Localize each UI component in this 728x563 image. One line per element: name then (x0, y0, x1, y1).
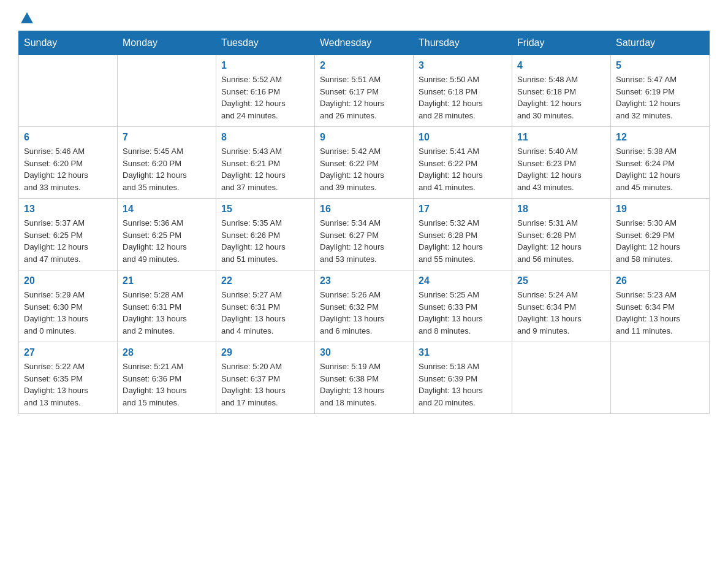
day-info: Sunrise: 5:25 AM Sunset: 6:33 PM Dayligh… (419, 289, 507, 337)
day-info: Sunrise: 5:37 AM Sunset: 6:25 PM Dayligh… (24, 217, 112, 265)
day-number: 19 (616, 204, 704, 215)
calendar-cell (118, 55, 216, 127)
weekday-header-tuesday: Tuesday (216, 31, 315, 55)
calendar-cell: 16Sunrise: 5:34 AM Sunset: 6:27 PM Dayli… (315, 199, 414, 270)
calendar-cell: 8Sunrise: 5:43 AM Sunset: 6:21 PM Daylig… (216, 127, 315, 199)
day-info: Sunrise: 5:29 AM Sunset: 6:30 PM Dayligh… (24, 289, 112, 337)
calendar-table: SundayMondayTuesdayWednesdayThursdayFrid… (18, 31, 710, 414)
day-info: Sunrise: 5:22 AM Sunset: 6:35 PM Dayligh… (24, 361, 112, 408)
day-info: Sunrise: 5:31 AM Sunset: 6:28 PM Dayligh… (517, 217, 605, 265)
weekday-header-saturday: Saturday (611, 31, 710, 55)
day-number: 30 (320, 347, 408, 358)
day-number: 15 (221, 204, 309, 215)
calendar-week-row: 1Sunrise: 5:52 AM Sunset: 6:16 PM Daylig… (19, 55, 710, 127)
calendar-cell: 29Sunrise: 5:20 AM Sunset: 6:37 PM Dayli… (216, 342, 315, 414)
day-info: Sunrise: 5:27 AM Sunset: 6:31 PM Dayligh… (221, 289, 309, 337)
calendar-cell: 4Sunrise: 5:48 AM Sunset: 6:18 PM Daylig… (512, 55, 611, 127)
day-number: 5 (616, 60, 704, 71)
day-info: Sunrise: 5:34 AM Sunset: 6:27 PM Dayligh… (320, 217, 408, 265)
day-info: Sunrise: 5:50 AM Sunset: 6:18 PM Dayligh… (419, 74, 507, 121)
day-info: Sunrise: 5:42 AM Sunset: 6:22 PM Dayligh… (320, 145, 408, 193)
calendar-cell: 5Sunrise: 5:47 AM Sunset: 6:19 PM Daylig… (611, 55, 710, 127)
day-info: Sunrise: 5:18 AM Sunset: 6:39 PM Dayligh… (419, 361, 507, 408)
day-info: Sunrise: 5:20 AM Sunset: 6:37 PM Dayligh… (221, 361, 309, 408)
day-info: Sunrise: 5:24 AM Sunset: 6:34 PM Dayligh… (517, 289, 605, 337)
calendar-cell (19, 55, 118, 127)
day-number: 20 (24, 275, 112, 286)
day-number: 16 (320, 204, 408, 215)
day-info: Sunrise: 5:21 AM Sunset: 6:36 PM Dayligh… (123, 361, 211, 408)
day-info: Sunrise: 5:19 AM Sunset: 6:38 PM Dayligh… (320, 361, 408, 408)
day-info: Sunrise: 5:51 AM Sunset: 6:17 PM Dayligh… (320, 74, 408, 121)
calendar-cell (611, 342, 710, 414)
calendar-week-row: 20Sunrise: 5:29 AM Sunset: 6:30 PM Dayli… (19, 270, 710, 342)
day-number: 4 (517, 60, 605, 71)
calendar-cell: 18Sunrise: 5:31 AM Sunset: 6:28 PM Dayli… (512, 199, 611, 270)
day-number: 17 (419, 204, 507, 215)
weekday-header-row: SundayMondayTuesdayWednesdayThursdayFrid… (19, 31, 710, 55)
calendar-cell: 7Sunrise: 5:45 AM Sunset: 6:20 PM Daylig… (118, 127, 216, 199)
calendar-cell: 12Sunrise: 5:38 AM Sunset: 6:24 PM Dayli… (611, 127, 710, 199)
day-info: Sunrise: 5:47 AM Sunset: 6:19 PM Dayligh… (616, 74, 704, 121)
weekday-header-sunday: Sunday (19, 31, 118, 55)
calendar-cell: 31Sunrise: 5:18 AM Sunset: 6:39 PM Dayli… (414, 342, 512, 414)
calendar-cell: 24Sunrise: 5:25 AM Sunset: 6:33 PM Dayli… (414, 270, 512, 342)
header (18, 12, 710, 26)
weekday-header-monday: Monday (118, 31, 216, 55)
day-number: 26 (616, 275, 704, 286)
day-info: Sunrise: 5:45 AM Sunset: 6:20 PM Dayligh… (123, 145, 211, 193)
calendar-week-row: 13Sunrise: 5:37 AM Sunset: 6:25 PM Dayli… (19, 199, 710, 270)
calendar-cell (512, 342, 611, 414)
calendar-cell: 17Sunrise: 5:32 AM Sunset: 6:28 PM Dayli… (414, 199, 512, 270)
calendar-cell: 28Sunrise: 5:21 AM Sunset: 6:36 PM Dayli… (118, 342, 216, 414)
calendar-cell: 25Sunrise: 5:24 AM Sunset: 6:34 PM Dayli… (512, 270, 611, 342)
day-info: Sunrise: 5:30 AM Sunset: 6:29 PM Dayligh… (616, 217, 704, 265)
calendar-cell: 13Sunrise: 5:37 AM Sunset: 6:25 PM Dayli… (19, 199, 118, 270)
day-info: Sunrise: 5:43 AM Sunset: 6:21 PM Dayligh… (221, 145, 309, 193)
day-number: 1 (221, 60, 309, 71)
day-number: 22 (221, 275, 309, 286)
day-number: 18 (517, 204, 605, 215)
calendar-cell: 2Sunrise: 5:51 AM Sunset: 6:17 PM Daylig… (315, 55, 414, 127)
weekday-header-friday: Friday (512, 31, 611, 55)
day-number: 27 (24, 347, 112, 358)
day-info: Sunrise: 5:28 AM Sunset: 6:31 PM Dayligh… (123, 289, 211, 337)
calendar-cell: 15Sunrise: 5:35 AM Sunset: 6:26 PM Dayli… (216, 199, 315, 270)
calendar-cell: 1Sunrise: 5:52 AM Sunset: 6:16 PM Daylig… (216, 55, 315, 127)
logo (18, 12, 33, 26)
day-info: Sunrise: 5:52 AM Sunset: 6:16 PM Dayligh… (221, 74, 309, 121)
calendar-cell: 22Sunrise: 5:27 AM Sunset: 6:31 PM Dayli… (216, 270, 315, 342)
day-number: 6 (24, 132, 112, 143)
calendar-cell: 9Sunrise: 5:42 AM Sunset: 6:22 PM Daylig… (315, 127, 414, 199)
day-number: 14 (123, 204, 211, 215)
day-number: 7 (123, 132, 211, 143)
calendar-cell: 27Sunrise: 5:22 AM Sunset: 6:35 PM Dayli… (19, 342, 118, 414)
day-info: Sunrise: 5:26 AM Sunset: 6:32 PM Dayligh… (320, 289, 408, 337)
day-info: Sunrise: 5:23 AM Sunset: 6:34 PM Dayligh… (616, 289, 704, 337)
day-number: 24 (419, 275, 507, 286)
day-number: 13 (24, 204, 112, 215)
calendar-cell: 23Sunrise: 5:26 AM Sunset: 6:32 PM Dayli… (315, 270, 414, 342)
day-info: Sunrise: 5:40 AM Sunset: 6:23 PM Dayligh… (517, 145, 605, 193)
weekday-header-thursday: Thursday (414, 31, 512, 55)
calendar-cell: 20Sunrise: 5:29 AM Sunset: 6:30 PM Dayli… (19, 270, 118, 342)
day-info: Sunrise: 5:41 AM Sunset: 6:22 PM Dayligh… (419, 145, 507, 193)
calendar-cell: 19Sunrise: 5:30 AM Sunset: 6:29 PM Dayli… (611, 199, 710, 270)
logo-triangle-icon (21, 12, 33, 23)
day-number: 9 (320, 132, 408, 143)
day-info: Sunrise: 5:35 AM Sunset: 6:26 PM Dayligh… (221, 217, 309, 265)
day-info: Sunrise: 5:36 AM Sunset: 6:25 PM Dayligh… (123, 217, 211, 265)
day-info: Sunrise: 5:48 AM Sunset: 6:18 PM Dayligh… (517, 74, 605, 121)
calendar-week-row: 27Sunrise: 5:22 AM Sunset: 6:35 PM Dayli… (19, 342, 710, 414)
day-number: 3 (419, 60, 507, 71)
calendar-cell: 21Sunrise: 5:28 AM Sunset: 6:31 PM Dayli… (118, 270, 216, 342)
day-number: 12 (616, 132, 704, 143)
day-number: 10 (419, 132, 507, 143)
day-number: 11 (517, 132, 605, 143)
day-number: 8 (221, 132, 309, 143)
day-number: 21 (123, 275, 211, 286)
day-number: 31 (419, 347, 507, 358)
day-info: Sunrise: 5:46 AM Sunset: 6:20 PM Dayligh… (24, 145, 112, 193)
day-number: 28 (123, 347, 211, 358)
calendar-cell: 14Sunrise: 5:36 AM Sunset: 6:25 PM Dayli… (118, 199, 216, 270)
